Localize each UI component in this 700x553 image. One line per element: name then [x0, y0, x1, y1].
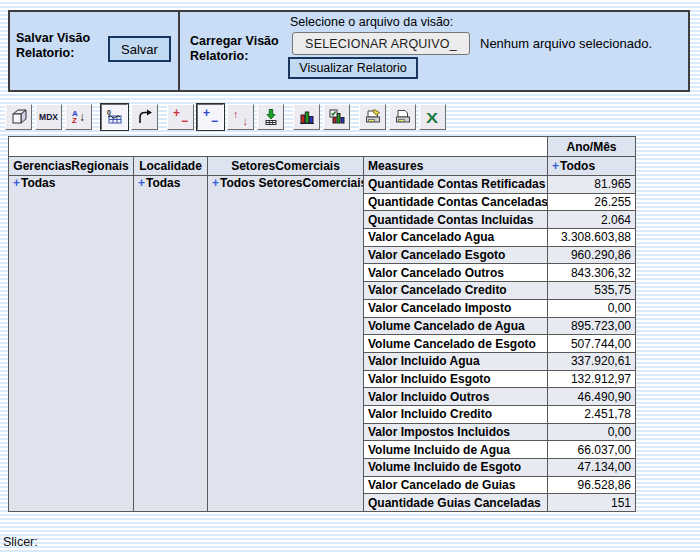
- measure-label: Valor Impostos Incluidos: [364, 423, 548, 441]
- drill-member-button[interactable]: + −: [167, 104, 194, 130]
- measure-value: 132.912,97: [548, 370, 636, 388]
- cube-icon: [10, 108, 28, 126]
- measure-value: 337.920,61: [548, 352, 636, 370]
- measure-value: 151: [548, 494, 636, 512]
- column-member-todos: +Todos: [548, 157, 636, 176]
- svg-text:0: 0: [107, 109, 111, 116]
- drill-through-button[interactable]: [257, 104, 284, 130]
- sort-az-icon: A Z ↓: [72, 110, 85, 124]
- measure-value: 843.306,32: [548, 264, 636, 282]
- measure-value: 960.290,86: [548, 246, 636, 264]
- measure-value: 46.490,90: [548, 388, 636, 406]
- row-member-localidade: +Todas: [134, 176, 208, 512]
- view-report-button[interactable]: Visualizar Relatorio: [288, 57, 418, 79]
- measure-label: Valor Incluido Agua: [364, 352, 548, 370]
- measure-label: Quantidade Contas Retificadas: [364, 176, 548, 194]
- sort-config-button[interactable]: A Z ↓: [65, 104, 92, 130]
- dimension-header-gerencias: GerenciasRegionais: [9, 157, 134, 176]
- measure-value: 96.528,86: [548, 476, 636, 494]
- chart-config-icon: [328, 108, 346, 126]
- corner-cell: [9, 137, 548, 157]
- report-view-panel: Salvar Visão Relatorio: Salvar Carregar …: [8, 10, 690, 92]
- select-file-button[interactable]: SELECIONAR ARQUIVO_: [292, 32, 470, 55]
- save-view-label: Salvar Visão Relatorio:: [16, 31, 108, 61]
- row-member-setores: +Todos SetoresComerciais: [208, 176, 364, 512]
- empty-cells-icon: 0: [106, 108, 124, 126]
- chart-config-button[interactable]: [323, 104, 350, 130]
- measure-value: 81.965: [548, 176, 636, 194]
- measure-label: Quantidade Contas Incluidas: [364, 211, 548, 229]
- show-chart-button[interactable]: [293, 104, 320, 130]
- mdx-icon: MDX: [39, 112, 58, 122]
- drill-through-icon: [262, 108, 280, 126]
- swap-axes-icon: [136, 108, 154, 126]
- measure-label: Volume Incluido de Agua: [364, 441, 548, 459]
- measure-value: 2.064: [548, 211, 636, 229]
- file-status-text: Nenhum arquivo selecionado.: [480, 36, 652, 51]
- measure-label: Valor Cancelado Agua: [364, 229, 548, 247]
- file-prompt-label: Selecione o arquivo da visão:: [290, 15, 453, 29]
- measure-label: Volume Cancelado de Agua: [364, 317, 548, 335]
- bar-chart-icon: [298, 108, 316, 126]
- expand-icon[interactable]: +: [138, 176, 145, 190]
- measure-value: 3.308.603,88: [548, 229, 636, 247]
- expand-icon[interactable]: +: [552, 159, 559, 173]
- measure-label: Valor Incluido Esgoto: [364, 370, 548, 388]
- measure-value: 0,00: [548, 423, 636, 441]
- measure-label: Valor Cancelado Outros: [364, 264, 548, 282]
- measure-value: 535,75: [548, 282, 636, 300]
- expand-icon[interactable]: +: [212, 176, 219, 190]
- expand-icon[interactable]: +: [13, 176, 20, 190]
- column-axis-header: Ano/Mês: [548, 137, 636, 157]
- pivot-table: Ano/Mês GerenciasRegionais Localidade Se…: [8, 136, 636, 512]
- dimension-header-localidade: Localidade: [134, 157, 208, 176]
- drill-member-icon: + −: [172, 109, 189, 126]
- print-config-icon: [364, 108, 382, 126]
- measure-label: Volume Cancelado de Esgoto: [364, 335, 548, 353]
- measure-label: Quantidade Contas Canceladas: [364, 193, 548, 211]
- export-excel-button[interactable]: X: [419, 104, 446, 130]
- panel-divider: [178, 12, 180, 90]
- drill-replace-icon: ↑ ↓: [232, 109, 249, 126]
- print-config-button[interactable]: [359, 104, 386, 130]
- pivot-toolbar: MDX A Z ↓ 0: [5, 104, 449, 130]
- measure-value: 0,00: [548, 299, 636, 317]
- save-button[interactable]: Salvar: [108, 36, 171, 62]
- measure-label: Volume Incluido de Esgoto: [364, 459, 548, 477]
- measure-label: Valor Cancelado Credito: [364, 282, 548, 300]
- measure-label: Valor Incluido Outros: [364, 388, 548, 406]
- printer-icon: [394, 108, 412, 126]
- measure-label: Valor Incluido Credito: [364, 405, 548, 423]
- measure-value: 2.451,78: [548, 405, 636, 423]
- measure-label: Valor Cancelado Imposto: [364, 299, 548, 317]
- swap-axes-button[interactable]: [131, 104, 158, 130]
- measure-label: Valor Cancelado de Guias: [364, 476, 548, 494]
- print-pdf-button[interactable]: [389, 104, 416, 130]
- show-empty-cells-button[interactable]: 0: [101, 104, 128, 130]
- drill-position-icon: + −: [202, 109, 219, 126]
- slicer-label: Slicer:: [3, 535, 38, 549]
- drill-replace-button[interactable]: ↑ ↓: [227, 104, 254, 130]
- measure-label: Valor Cancelado Esgoto: [364, 246, 548, 264]
- olap-navigator-button[interactable]: [5, 104, 32, 130]
- measure-label: Quantidade Guias Canceladas: [364, 494, 548, 512]
- dimension-header-setores: SetoresComerciais: [208, 157, 364, 176]
- table-row: +Todas +Todas +Todos SetoresComerciais Q…: [9, 176, 636, 194]
- mdx-editor-button[interactable]: MDX: [35, 104, 62, 130]
- excel-icon: X: [426, 109, 438, 126]
- measure-value: 507.744,00: [548, 335, 636, 353]
- measure-value: 47.134,00: [548, 459, 636, 477]
- row-member-gerencias: +Todas: [9, 176, 134, 512]
- measure-value: 26.255: [548, 193, 636, 211]
- dimension-header-measures: Measures: [364, 157, 548, 176]
- measure-value: 895.723,00: [548, 317, 636, 335]
- measure-value: 66.037,00: [548, 441, 636, 459]
- drill-position-button[interactable]: + −: [197, 104, 224, 130]
- load-view-label: Carregar Visão Relatorio:: [190, 34, 294, 64]
